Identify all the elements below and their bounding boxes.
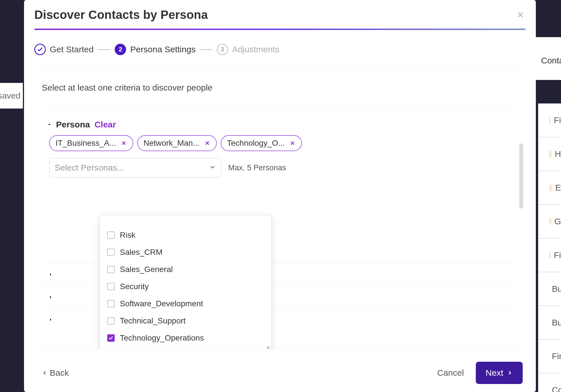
close-icon [289,140,296,146]
dropdown-option-sales-crm[interactable]: Sales_CRM [100,244,271,261]
dropdown-option-security[interactable]: Security [100,278,271,295]
step-label: Get Started [50,45,94,54]
bg-row: Fi [538,238,561,272]
checkbox[interactable] [107,300,115,307]
persona-chip: Network_Man... [137,135,217,151]
modal-footer: Back Cancel Next [34,349,526,392]
chevron-down-icon [46,121,53,128]
checkbox[interactable] [107,266,115,273]
modal-title: Discover Contacts by Persona [34,8,208,22]
persona-section-title: Persona [56,120,90,129]
back-button[interactable]: Back [42,368,69,378]
checkbox[interactable] [107,231,115,239]
option-label: Sales_General [120,265,173,274]
step-connector [200,49,212,50]
bg-row: Busi [538,306,561,339]
bg-row: Cons [538,373,561,392]
option-label: Technical_Support [120,316,186,325]
step-get-started[interactable]: Get Started [34,44,94,55]
bg-row: Fina [538,339,561,373]
dropdown-option-technology-operations[interactable]: Technology_Operations [100,329,271,347]
bg-row: H [538,137,561,171]
persona-section-header[interactable]: Persona Clear [42,107,518,135]
step-label: Adjustments [232,45,279,54]
bg-row: Busi [538,272,561,306]
clear-button[interactable]: Clear [94,120,116,129]
persona-dropdown: Risk Sales_CRM Sales_General Security So… [100,215,272,349]
step-persona-settings[interactable]: 2 Persona Settings [115,44,195,55]
dropdown-option-software-development[interactable]: Software_Development [100,295,271,312]
chevron-right-icon [507,370,513,376]
step-circle-done [34,44,46,55]
option-label: Technology_Operations [120,333,204,343]
chip-label: Network_Man... [144,139,200,148]
step-adjustments[interactable]: 3 Adjustments [217,44,279,55]
bg-row: Fi [538,103,561,137]
persona-chips: IT_Business_A... Network_Man... Technolo… [42,135,518,151]
step-connector [98,49,110,50]
checkbox[interactable] [107,317,115,325]
step-circle-pending: 3 [217,44,228,55]
close-icon [516,11,525,19]
checkbox-checked[interactable] [107,334,115,342]
chevron-down-icon [209,164,216,172]
option-label: Software_Development [120,299,203,308]
step-label: Persona Settings [130,45,195,54]
persona-chip: Technology_O... [221,135,302,151]
checkbox[interactable] [107,249,115,256]
dropdown-option-technical-support[interactable]: Technical_Support [100,312,271,329]
option-label: Risk [120,231,135,240]
select-hint: Max. 5 Personas [228,163,286,172]
body-scrollbar[interactable] [519,143,523,306]
next-label: Next [486,368,503,378]
chip-remove-button[interactable] [121,140,127,146]
bg-header-tab: Conta [535,37,561,80]
dropdown-list[interactable]: Risk Sales_CRM Sales_General Security So… [100,219,271,349]
chevron-right-icon [47,317,54,323]
dropdown-scrollbar[interactable] [267,346,270,349]
modal-dialog: Discover Contacts by Persona Get Started… [24,0,536,392]
option-label: Security [120,282,149,291]
close-icon [121,140,127,146]
back-label: Back [50,368,69,378]
bg-row: E [538,171,561,205]
close-button[interactable] [515,10,526,20]
chip-remove-button[interactable] [204,140,210,146]
instruction-text: Select at least one criteria to discover… [42,83,518,107]
step-circle-active: 2 [115,44,126,55]
modal-header: Discover Contacts by Persona [34,8,526,29]
persona-select[interactable]: Select Personas... [49,158,221,177]
check-icon [108,335,114,341]
chip-label: Technology_O... [227,139,285,148]
bg-row: G [538,205,561,238]
chevron-right-icon [47,294,54,300]
dropdown-option-risk[interactable]: Risk [100,227,271,244]
close-icon [204,140,210,146]
chip-remove-button[interactable] [289,140,296,146]
persona-chip: IT_Business_A... [49,135,133,151]
chip-label: IT_Business_A... [55,139,116,148]
select-placeholder: Select Personas... [55,163,124,173]
bg-saved-label: saved [0,83,23,109]
option-label: Sales_CRM [120,248,162,257]
chevron-left-icon [42,370,47,376]
modal-body: Select at least one criteria to discover… [34,69,526,349]
checkbox[interactable] [107,283,115,290]
dropdown-option-sales-general[interactable]: Sales_General [100,261,271,278]
chevron-right-icon [47,271,54,278]
stepper: Get Started 2 Persona Settings 3 Adjustm… [34,30,526,69]
check-icon [37,46,43,53]
cancel-button[interactable]: Cancel [437,368,464,378]
next-button[interactable]: Next [476,362,523,384]
dropdown-option-trading[interactable]: Trading_Securities_and_Investme [100,347,271,349]
